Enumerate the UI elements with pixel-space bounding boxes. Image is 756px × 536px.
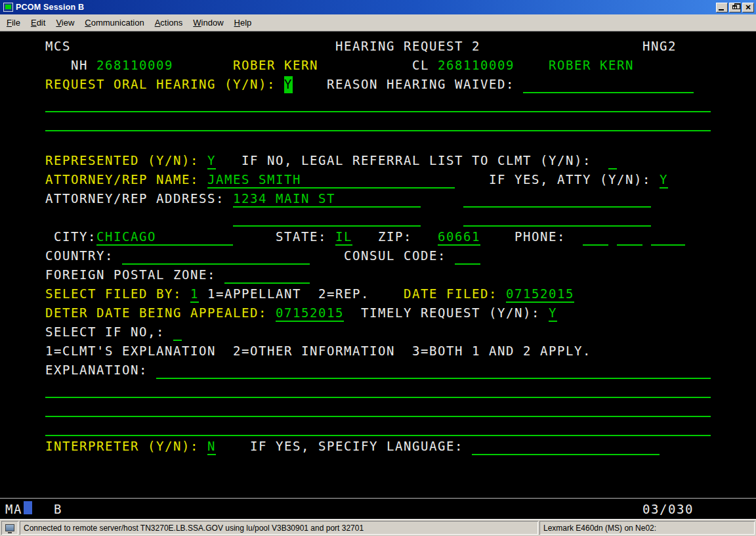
terminal-label: MCS <box>45 38 71 55</box>
terminal-label: REPRESENTED (Y/N): <box>45 152 199 169</box>
terminal-field[interactable] <box>224 267 310 284</box>
terminal-row: CITY:CHICAGOSTATE:ILZIP:60661PHONE: <box>0 229 756 248</box>
status-printer: Lexmark E460dn (MS) on Ne02: <box>539 521 755 535</box>
terminal-row: SELECT IF NO,: <box>0 324 756 343</box>
terminal-field[interactable] <box>156 362 711 379</box>
restore-icon <box>732 5 737 9</box>
terminal-field[interactable] <box>122 248 310 265</box>
terminal-row: INTERPRETER (Y/N):NIF YES, SPECIFY LANGU… <box>0 438 756 457</box>
oia-cursor-position: 03/030 <box>642 501 694 517</box>
terminal-label: IF YES, SPECIFY LANGUAGE: <box>250 438 463 455</box>
terminal-label: 268110009 <box>438 57 514 74</box>
terminal-field[interactable]: Y <box>660 171 668 189</box>
terminal-label: SELECT IF NO,: <box>45 324 165 341</box>
terminal-label: INTERPRETER (Y/N): <box>45 438 199 455</box>
oia-bar: MA B 03/030 <box>0 498 756 519</box>
terminal-field[interactable]: IL <box>335 229 352 246</box>
terminal-row: MCSHEARING REQUEST 2HNG2 <box>0 38 756 57</box>
terminal-label: HEARING REQUEST 2 <box>335 38 480 55</box>
terminal-field[interactable]: Y <box>207 152 216 169</box>
restore-button[interactable] <box>729 3 741 12</box>
terminal-field[interactable] <box>455 248 480 265</box>
terminal-field[interactable]: Y <box>549 305 557 322</box>
terminal-label: COUNTRY: <box>45 248 114 265</box>
minimize-button[interactable] <box>716 3 728 12</box>
connection-icon <box>5 524 14 531</box>
terminal-label: IF YES, ATTY (Y/N): <box>489 171 651 189</box>
terminal-label: PHONE: <box>514 229 566 246</box>
statusbar: Connected to remote server/host TN3270E.… <box>0 519 756 536</box>
menu-actions[interactable]: Actions <box>150 15 188 30</box>
terminal-field[interactable]: 60661 <box>438 229 480 246</box>
terminal-label: ROBER KERN <box>549 57 634 74</box>
terminal-field[interactable] <box>651 229 685 246</box>
terminal-row: NH268110009ROBER KERNCL268110009ROBER KE… <box>0 57 756 76</box>
terminal-row <box>0 210 756 229</box>
terminal-screen[interactable]: MCSHEARING REQUEST 2HNG2NH268110009ROBER… <box>0 32 756 498</box>
terminal-label: ATTORNEY/REP ADDRESS: <box>45 190 224 208</box>
terminal-field[interactable] <box>45 419 711 436</box>
terminal-row: SELECT FILED BY:11=APPELLANT2=REP.DATE F… <box>0 286 756 305</box>
terminal-row: FOREIGN POSTAL ZONE: <box>0 267 756 286</box>
status-connection: Connected to remote server/host TN3270E.… <box>20 521 538 535</box>
terminal-field[interactable]: 07152015 <box>506 286 574 303</box>
terminal-field[interactable] <box>583 229 608 246</box>
menu-help[interactable]: Help <box>229 15 257 30</box>
terminal-field[interactable]: N <box>207 438 216 455</box>
menu-file[interactable]: File <box>1 15 26 30</box>
terminal-row: DETER DATE BEING APPEALED:07152015TIMELY… <box>0 305 756 324</box>
terminal-label: ROBER KERN <box>233 57 318 74</box>
menu-view[interactable]: View <box>51 15 79 30</box>
terminal-row: ATTORNEY/REP ADDRESS:1234 MAIN ST <box>0 190 756 210</box>
terminal-label: EXPLANATION: <box>45 362 148 379</box>
terminal-label: HNG2 <box>642 38 677 55</box>
terminal-field[interactable]: JAMES SMITH <box>207 171 455 189</box>
terminal-row <box>0 419 756 438</box>
terminal-field[interactable] <box>233 210 421 227</box>
terminal-label: CITY: <box>54 229 96 246</box>
menu-edit[interactable]: Edit <box>26 15 51 30</box>
terminal-field[interactable]: 1234 MAIN ST <box>233 190 421 208</box>
terminal-label: DETER DATE BEING APPEALED: <box>45 305 267 322</box>
terminal-field[interactable] <box>617 229 642 246</box>
terminal-field[interactable] <box>472 438 660 455</box>
terminal-label: CONSUL CODE: <box>344 248 446 265</box>
menu-window[interactable]: Window <box>188 15 228 30</box>
terminal-label: ATTORNEY/REP NAME: <box>45 171 199 189</box>
terminal-field[interactable] <box>608 152 617 169</box>
terminal-cursor-field[interactable]: Y <box>284 76 293 93</box>
terminal-row <box>0 114 756 133</box>
terminal-label: STATE: <box>276 229 327 246</box>
menubar: File Edit View Communication Actions Win… <box>0 14 756 32</box>
terminal-field[interactable]: 07152015 <box>276 305 344 322</box>
terminal-field[interactable] <box>463 210 651 227</box>
terminal-field[interactable] <box>45 95 711 112</box>
menu-communication[interactable]: Communication <box>79 15 149 30</box>
terminal-field[interactable] <box>463 190 651 208</box>
terminal-label: SELECT FILED BY: <box>45 286 182 303</box>
terminal-label: 1=APPELLANT <box>207 286 301 303</box>
window-title: PCOM Session B <box>16 3 84 12</box>
terminal-field[interactable]: 1 <box>190 286 199 303</box>
status-icon-panel <box>1 521 18 535</box>
terminal-field[interactable] <box>45 381 711 398</box>
terminal-label: ZIP: <box>378 229 412 246</box>
terminal-field[interactable] <box>523 76 694 93</box>
terminal-row: ATTORNEY/REP NAME:JAMES SMITHIF YES, ATT… <box>0 171 756 190</box>
terminal-label: DATE FILED: <box>404 286 497 303</box>
terminal-label: 2=REP. <box>318 286 369 303</box>
close-button[interactable]: ✕ <box>742 3 754 12</box>
terminal-field[interactable] <box>45 114 711 131</box>
app-icon <box>3 3 13 12</box>
terminal-field[interactable] <box>45 400 711 417</box>
terminal-label: CL <box>412 57 429 74</box>
oia-status-block <box>24 501 32 514</box>
terminal-field[interactable] <box>173 324 182 341</box>
terminal-field[interactable]: CHICAGO <box>96 229 233 246</box>
terminal-label: IF NO, LEGAL REFERRAL LIST TO CLMT (Y/N)… <box>242 152 591 169</box>
terminal-row <box>0 95 756 114</box>
terminal-label: NH <box>71 57 88 74</box>
terminal-row: REPRESENTED (Y/N):YIF NO, LEGAL REFERRAL… <box>0 152 756 171</box>
terminal-row: COUNTRY:CONSUL CODE: <box>0 248 756 267</box>
terminal-label: 1=CLMT'S EXPLANATION 2=OTHER INFORMATION… <box>45 343 591 360</box>
